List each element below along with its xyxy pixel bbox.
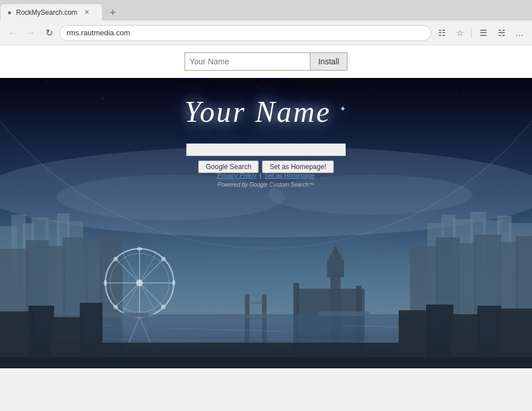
active-tab[interactable]: ● RockMySearch.com ✕ xyxy=(0,3,103,20)
svg-rect-78 xyxy=(0,357,532,368)
hero-section: Your Name ✦ Google Search Set as Homepag… xyxy=(0,78,532,368)
install-button[interactable]: Install xyxy=(310,52,348,71)
refresh-button[interactable]: ↻ xyxy=(41,25,57,41)
hub-icon: ☰ xyxy=(480,28,487,38)
search-container: Google Search Set as Homepage! xyxy=(186,143,346,173)
google-search-button[interactable]: Google Search xyxy=(198,161,259,173)
svg-point-3 xyxy=(268,175,473,215)
svg-point-57 xyxy=(161,305,166,309)
browser-chrome: ● RockMySearch.com ✕ + ← → ↻ ☷ ☆ ☰ xyxy=(0,0,532,46)
address-bar[interactable] xyxy=(59,25,431,41)
tab-favicon: ● xyxy=(7,9,11,17)
nav-actions: ☷ ☆ ☰ ☵ … xyxy=(433,25,527,41)
search-buttons: Google Search Set as Homepage! xyxy=(198,161,333,173)
page-area: Install xyxy=(0,46,532,368)
new-tab-button[interactable]: + xyxy=(105,5,121,20)
reading-list-icon: ☷ xyxy=(438,28,445,38)
title-sparkle: ✦ xyxy=(339,105,347,113)
favorites-button[interactable]: ☆ xyxy=(452,25,468,41)
svg-rect-33 xyxy=(329,254,342,263)
nav-separator xyxy=(471,28,472,38)
svg-rect-66 xyxy=(216,314,273,318)
svg-point-54 xyxy=(104,280,107,286)
hub-button[interactable]: ☰ xyxy=(475,25,491,41)
tab-bar: ● RockMySearch.com ✕ + xyxy=(0,0,532,20)
hero-title-text: Your Name xyxy=(185,96,332,128)
svg-point-52 xyxy=(172,280,175,286)
tab-title: RockMySearch.com xyxy=(16,9,77,17)
tab-close-button[interactable]: ✕ xyxy=(84,9,89,16)
back-button[interactable]: ← xyxy=(5,25,21,41)
links-separator: | xyxy=(260,172,261,179)
set-as-homepage-link[interactable]: Set as Homepage xyxy=(265,172,315,179)
powered-by-text: Powered by Google Custom Search™ xyxy=(218,182,314,188)
back-icon: ← xyxy=(8,28,17,38)
set-homepage-button[interactable]: Set as Homepage! xyxy=(262,161,333,173)
search-input[interactable] xyxy=(186,143,346,156)
nav-bar: ← → ↻ ☷ ☆ ☰ ☵ … xyxy=(0,20,532,46)
forward-button[interactable]: → xyxy=(23,25,39,41)
svg-point-58 xyxy=(113,305,118,309)
refresh-icon: ↻ xyxy=(46,27,53,38)
share-icon: ☵ xyxy=(498,28,505,38)
star-icon: ☆ xyxy=(456,28,464,38)
svg-point-56 xyxy=(113,257,118,261)
privacy-policy-link[interactable]: Privacy Policy xyxy=(217,172,256,179)
hero-links: Privacy Policy | Set as Homepage xyxy=(217,172,314,179)
install-bar: Install xyxy=(0,46,532,78)
name-input[interactable] xyxy=(185,52,310,71)
hero-title: Your Name ✦ xyxy=(185,95,348,129)
more-button[interactable]: … xyxy=(511,25,527,41)
reading-list-button[interactable]: ☷ xyxy=(433,25,449,41)
forward-icon: → xyxy=(26,28,35,38)
svg-point-55 xyxy=(161,257,166,261)
svg-rect-67 xyxy=(319,311,370,316)
more-icon: … xyxy=(515,28,524,38)
svg-point-48 xyxy=(136,280,143,286)
svg-point-51 xyxy=(137,247,142,250)
share-button[interactable]: ☵ xyxy=(493,25,509,41)
